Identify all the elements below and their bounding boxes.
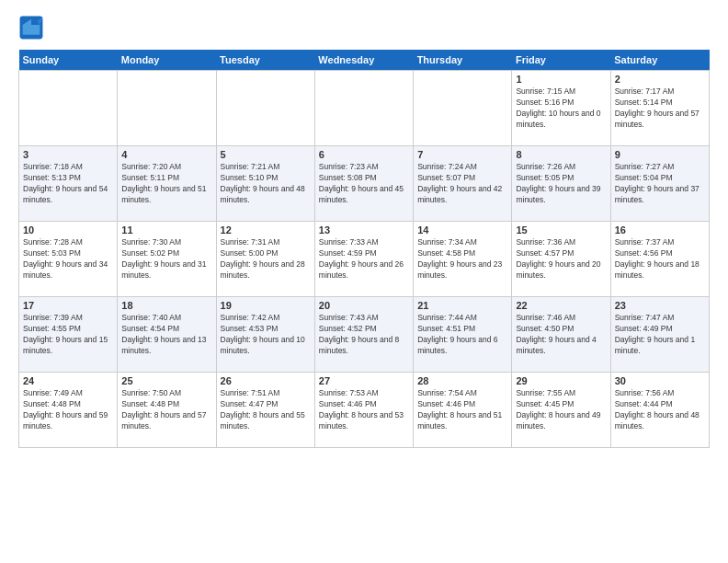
day-number: 13: [319, 224, 409, 236]
day-number: 1: [516, 74, 606, 85]
day-info: Sunrise: 7:50 AM Sunset: 4:48 PM Dayligh…: [121, 388, 211, 432]
day-number: 8: [516, 149, 606, 160]
calendar-cell: 8Sunrise: 7:26 AM Sunset: 5:05 PM Daylig…: [512, 146, 610, 222]
calendar-cell: 29Sunrise: 7:55 AM Sunset: 4:45 PM Dayli…: [512, 373, 610, 448]
day-header-monday: Monday: [118, 50, 216, 71]
day-info: Sunrise: 7:15 AM Sunset: 5:16 PM Dayligh…: [516, 86, 606, 131]
day-number: 17: [23, 300, 113, 311]
calendar-cell: 27Sunrise: 7:53 AM Sunset: 4:46 PM Dayli…: [314, 373, 413, 448]
calendar-cell: [216, 71, 314, 146]
day-info: Sunrise: 7:51 AM Sunset: 4:47 PM Dayligh…: [221, 388, 311, 432]
day-number: 26: [221, 375, 311, 386]
calendar-cell: [414, 71, 512, 146]
calendar-cell: 2Sunrise: 7:17 AM Sunset: 5:14 PM Daylig…: [610, 71, 709, 146]
day-number: 19: [221, 300, 311, 311]
calendar-cell: 19Sunrise: 7:42 AM Sunset: 4:53 PM Dayli…: [216, 297, 314, 373]
day-number: 24: [23, 375, 113, 386]
day-number: 15: [516, 224, 606, 236]
day-number: 16: [615, 224, 705, 236]
week-row-5: 24Sunrise: 7:49 AM Sunset: 4:48 PM Dayli…: [19, 373, 710, 448]
calendar-cell: 4Sunrise: 7:20 AM Sunset: 5:11 PM Daylig…: [118, 146, 216, 222]
day-info: Sunrise: 7:49 AM Sunset: 4:48 PM Dayligh…: [23, 388, 113, 432]
week-row-4: 17Sunrise: 7:39 AM Sunset: 4:55 PM Dayli…: [19, 297, 710, 373]
day-number: 11: [121, 224, 211, 236]
day-header-wednesday: Wednesday: [314, 50, 413, 71]
day-info: Sunrise: 7:36 AM Sunset: 4:57 PM Dayligh…: [516, 237, 606, 282]
day-info: Sunrise: 7:47 AM Sunset: 4:49 PM Dayligh…: [615, 313, 705, 357]
day-info: Sunrise: 7:42 AM Sunset: 4:53 PM Dayligh…: [221, 313, 311, 357]
week-row-3: 10Sunrise: 7:28 AM Sunset: 5:03 PM Dayli…: [19, 222, 710, 297]
calendar-cell: 13Sunrise: 7:33 AM Sunset: 4:59 PM Dayli…: [314, 222, 413, 297]
day-number: 12: [221, 224, 311, 236]
calendar-table: SundayMondayTuesdayWednesdayThursdayFrid…: [18, 50, 710, 448]
day-info: Sunrise: 7:44 AM Sunset: 4:51 PM Dayligh…: [417, 313, 507, 357]
calendar-cell: 26Sunrise: 7:51 AM Sunset: 4:47 PM Dayli…: [216, 373, 314, 448]
calendar-cell: 24Sunrise: 7:49 AM Sunset: 4:48 PM Dayli…: [19, 373, 118, 448]
day-info: Sunrise: 7:34 AM Sunset: 4:58 PM Dayligh…: [417, 237, 507, 282]
calendar-cell: 16Sunrise: 7:37 AM Sunset: 4:56 PM Dayli…: [610, 222, 709, 297]
day-info: Sunrise: 7:27 AM Sunset: 5:04 PM Dayligh…: [615, 162, 705, 206]
calendar-cell: 7Sunrise: 7:24 AM Sunset: 5:07 PM Daylig…: [414, 146, 512, 222]
days-header-row: SundayMondayTuesdayWednesdayThursdayFrid…: [19, 50, 710, 71]
day-number: 28: [417, 375, 507, 386]
day-number: 3: [23, 149, 113, 160]
day-number: 30: [615, 375, 705, 386]
calendar-cell: 3Sunrise: 7:18 AM Sunset: 5:13 PM Daylig…: [19, 146, 118, 222]
calendar-cell: 25Sunrise: 7:50 AM Sunset: 4:48 PM Dayli…: [118, 373, 216, 448]
calendar-cell: 10Sunrise: 7:28 AM Sunset: 5:03 PM Dayli…: [19, 222, 118, 297]
day-number: 4: [121, 149, 211, 160]
page: SundayMondayTuesdayWednesdayThursdayFrid…: [0, 0, 728, 563]
calendar-cell: 23Sunrise: 7:47 AM Sunset: 4:49 PM Dayli…: [610, 297, 709, 373]
calendar-cell: 18Sunrise: 7:40 AM Sunset: 4:54 PM Dayli…: [118, 297, 216, 373]
calendar-cell: 14Sunrise: 7:34 AM Sunset: 4:58 PM Dayli…: [414, 222, 512, 297]
day-info: Sunrise: 7:54 AM Sunset: 4:46 PM Dayligh…: [417, 388, 507, 432]
day-number: 25: [121, 375, 211, 386]
day-info: Sunrise: 7:23 AM Sunset: 5:08 PM Dayligh…: [319, 162, 409, 206]
day-info: Sunrise: 7:40 AM Sunset: 4:54 PM Dayligh…: [121, 313, 211, 357]
day-header-tuesday: Tuesday: [216, 50, 314, 71]
calendar-cell: 1Sunrise: 7:15 AM Sunset: 5:16 PM Daylig…: [512, 71, 610, 146]
day-number: 2: [615, 74, 705, 85]
calendar-cell: [19, 71, 118, 146]
calendar-cell: 15Sunrise: 7:36 AM Sunset: 4:57 PM Dayli…: [512, 222, 610, 297]
day-number: 6: [319, 149, 409, 160]
calendar-cell: 9Sunrise: 7:27 AM Sunset: 5:04 PM Daylig…: [610, 146, 709, 222]
day-header-saturday: Saturday: [610, 50, 709, 71]
calendar-cell: 6Sunrise: 7:23 AM Sunset: 5:08 PM Daylig…: [314, 146, 413, 222]
day-info: Sunrise: 7:18 AM Sunset: 5:13 PM Dayligh…: [23, 162, 113, 206]
calendar-cell: 11Sunrise: 7:30 AM Sunset: 5:02 PM Dayli…: [118, 222, 216, 297]
calendar-cell: 17Sunrise: 7:39 AM Sunset: 4:55 PM Dayli…: [19, 297, 118, 373]
day-header-sunday: Sunday: [19, 50, 118, 71]
day-number: 18: [121, 300, 211, 311]
day-info: Sunrise: 7:26 AM Sunset: 5:05 PM Dayligh…: [516, 162, 606, 206]
day-number: 22: [516, 300, 606, 311]
day-number: 14: [417, 224, 507, 236]
day-info: Sunrise: 7:46 AM Sunset: 4:50 PM Dayligh…: [516, 313, 606, 357]
calendar-cell: [314, 71, 413, 146]
day-info: Sunrise: 7:30 AM Sunset: 5:02 PM Dayligh…: [121, 237, 211, 282]
day-info: Sunrise: 7:55 AM Sunset: 4:45 PM Dayligh…: [516, 388, 606, 432]
week-row-2: 3Sunrise: 7:18 AM Sunset: 5:13 PM Daylig…: [19, 146, 710, 222]
day-info: Sunrise: 7:24 AM Sunset: 5:07 PM Dayligh…: [417, 162, 507, 206]
calendar-cell: 28Sunrise: 7:54 AM Sunset: 4:46 PM Dayli…: [414, 373, 512, 448]
day-info: Sunrise: 7:37 AM Sunset: 4:56 PM Dayligh…: [615, 237, 705, 282]
day-header-friday: Friday: [512, 50, 610, 71]
day-header-thursday: Thursday: [414, 50, 512, 71]
day-number: 7: [417, 149, 507, 160]
day-info: Sunrise: 7:17 AM Sunset: 5:14 PM Dayligh…: [615, 86, 705, 131]
day-number: 5: [221, 149, 311, 160]
day-number: 29: [516, 375, 606, 386]
calendar-cell: 20Sunrise: 7:43 AM Sunset: 4:52 PM Dayli…: [314, 297, 413, 373]
day-number: 23: [615, 300, 705, 311]
day-number: 10: [23, 224, 113, 236]
day-info: Sunrise: 7:28 AM Sunset: 5:03 PM Dayligh…: [23, 237, 113, 282]
day-number: 9: [615, 149, 705, 160]
week-row-1: 1Sunrise: 7:15 AM Sunset: 5:16 PM Daylig…: [19, 71, 710, 146]
calendar-cell: [118, 71, 216, 146]
calendar-cell: 5Sunrise: 7:21 AM Sunset: 5:10 PM Daylig…: [216, 146, 314, 222]
day-number: 20: [319, 300, 409, 311]
day-info: Sunrise: 7:56 AM Sunset: 4:44 PM Dayligh…: [615, 388, 705, 432]
logo: [18, 15, 48, 40]
day-info: Sunrise: 7:43 AM Sunset: 4:52 PM Dayligh…: [319, 313, 409, 357]
calendar-cell: 22Sunrise: 7:46 AM Sunset: 4:50 PM Dayli…: [512, 297, 610, 373]
